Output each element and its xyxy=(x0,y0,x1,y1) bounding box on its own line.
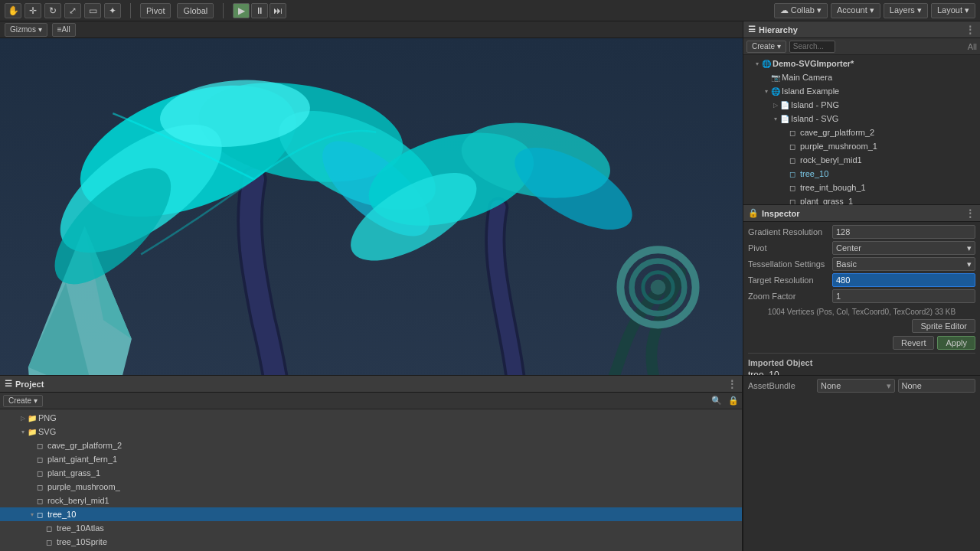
hierarchy-icon: ☰ xyxy=(748,24,756,34)
transform-all-btn[interactable]: ✦ xyxy=(104,3,121,18)
sprite-editor-row: Sprite Editor xyxy=(748,319,975,333)
inspector-title: Inspector xyxy=(762,209,800,218)
project-item[interactable]: ▷📁PNG xyxy=(0,411,742,425)
target-resolution-row: Target Resolution 480 xyxy=(748,273,975,287)
tree-node-label: PNG xyxy=(38,413,57,422)
step-btn[interactable]: ⏭ xyxy=(270,3,286,18)
bottom-section: ☰ Project ⋮ Create ▾ 🔍 🔒 ▷📁PNG▾📁SVG ◻cav… xyxy=(0,375,980,551)
hierarchy-content[interactable]: ▾🌐Demo-SVGImporter* 📷Main Camera▾🌐Island… xyxy=(743,55,980,204)
tree-node-label: plant_grass_1 xyxy=(47,468,100,478)
inspector-bottom: AssetBundle None ▾ None xyxy=(743,376,980,551)
project-item[interactable]: ◻plant_giant_fern_1 xyxy=(0,452,742,466)
scale-tool-btn[interactable]: ⤢ xyxy=(64,3,81,18)
scene-view: Gizmos ▾ ≡All xyxy=(0,21,743,375)
project-item[interactable]: ◻plant_grass_1 xyxy=(0,466,742,480)
project-search-icon[interactable]: 🔍 xyxy=(711,396,722,406)
collab-btn[interactable]: ☁ Collab ▾ xyxy=(774,3,828,18)
tree-node-icon: ◻ xyxy=(37,442,47,450)
gradient-resolution-value[interactable]: 128 xyxy=(832,225,975,239)
hierarchy-item[interactable]: ▾📄Island - SVG xyxy=(743,112,980,126)
account-btn[interactable]: Account ▾ xyxy=(831,3,880,18)
project-toolbar: Create ▾ 🔍 🔒 xyxy=(0,393,742,409)
tree-arrow-icon: ▷ xyxy=(18,415,28,422)
tree-node-label: plant_giant_fern_1 xyxy=(47,455,117,464)
vertices-info: 1004 Vertices (Pos, Col, TexCoord0, TexC… xyxy=(748,308,975,316)
sprite-editor-btn[interactable]: Sprite Editor xyxy=(912,319,975,333)
project-item[interactable]: ◻cave_gr_platform_2 xyxy=(0,439,742,452)
hierarchy-item[interactable]: ◻purple_mushroom_1 xyxy=(743,139,980,153)
tree-node-label: Island - SVG xyxy=(791,114,838,123)
target-resolution-value[interactable]: 480 xyxy=(832,273,975,287)
project-item[interactable]: ◻tree_10Sprite xyxy=(0,535,742,549)
imported-object-section: Imported Object xyxy=(748,358,975,367)
asset-bundle-variant[interactable]: None xyxy=(898,379,976,393)
scene-svg xyxy=(0,38,743,375)
tessellation-dropdown[interactable]: Basic ▾ xyxy=(832,257,975,271)
pivot-label: Pivot xyxy=(748,243,832,253)
hierarchy-item[interactable]: ▾🌐Island Example xyxy=(743,84,980,98)
hierarchy-dots[interactable]: ⋮ xyxy=(965,24,975,35)
apply-btn[interactable]: Apply xyxy=(937,336,975,350)
tree-node-icon: 📷 xyxy=(771,73,782,82)
zoom-factor-label: Zoom Factor xyxy=(748,292,832,301)
global-btn[interactable]: Global xyxy=(177,3,214,18)
pivot-btn[interactable]: Pivot xyxy=(140,3,171,18)
layout-btn[interactable]: Layout ▾ xyxy=(931,3,975,18)
scene-canvas[interactable] xyxy=(0,38,743,375)
pivot-dropdown[interactable]: Center ▾ xyxy=(832,241,975,255)
hierarchy-item[interactable]: ▷📄Island - PNG xyxy=(743,98,980,112)
project-dots[interactable]: ⋮ xyxy=(727,379,737,390)
tessellation-label: Tessellation Settings xyxy=(748,259,832,269)
hierarchy-item[interactable]: ◻rock_beryl_mid1 xyxy=(743,153,980,167)
inspector-header: 🔒 Inspector ⋮ xyxy=(743,205,980,222)
separator xyxy=(748,353,975,354)
tree-node-icon: 📄 xyxy=(780,101,791,109)
tree-arrow-icon: ▾ xyxy=(753,60,762,67)
all-btn[interactable]: ≡All xyxy=(52,23,76,37)
project-icon: ☰ xyxy=(5,379,12,389)
project-lock-icon[interactable]: 🔒 xyxy=(728,396,739,406)
rect-tool-btn[interactable]: ▭ xyxy=(84,3,101,18)
tree-node-icon: ◻ xyxy=(789,170,800,178)
hierarchy-item[interactable]: ◻cave_gr_platform_2 xyxy=(743,126,980,139)
tree-node-label: purple_mushroom_ xyxy=(47,482,120,491)
tree-node-icon: ◻ xyxy=(789,197,800,205)
hierarchy-title: Hierarchy xyxy=(759,25,798,34)
project-item[interactable]: ▾📁SVG xyxy=(0,425,742,439)
hierarchy-panel: ☰ Hierarchy ⋮ Create ▾ All ▾🌐Demo-SVGImp… xyxy=(743,21,980,205)
rotate-tool-btn[interactable]: ↻ xyxy=(44,3,61,18)
project-item[interactable]: ◻tree_10Atlas xyxy=(0,521,742,535)
right-panels: ☰ Hierarchy ⋮ Create ▾ All ▾🌐Demo-SVGImp… xyxy=(743,21,980,375)
move-tool-btn[interactable]: ✛ xyxy=(24,3,41,18)
hierarchy-item[interactable]: 📷Main Camera xyxy=(743,70,980,84)
project-content[interactable]: ▷📁PNG▾📁SVG ◻cave_gr_platform_2 ◻plant_gi… xyxy=(0,409,742,551)
hierarchy-item[interactable]: ◻tree_10 xyxy=(743,167,980,181)
tree-node-icon: 🌐 xyxy=(762,60,773,68)
tree-node-label: tree_10Atlas xyxy=(57,523,104,533)
tree-node-icon: ◻ xyxy=(37,483,47,491)
hierarchy-search[interactable] xyxy=(789,41,835,53)
hierarchy-item[interactable]: ▾🌐Demo-SVGImporter* xyxy=(743,57,980,70)
play-btn[interactable]: ▶ xyxy=(233,3,250,18)
revert-btn[interactable]: Revert xyxy=(893,336,934,350)
asset-bundle-arrow: ▾ xyxy=(887,381,891,391)
hierarchy-item[interactable]: ◻plant_grass_1 xyxy=(743,194,980,204)
project-create-btn[interactable]: Create ▾ xyxy=(3,395,43,407)
hierarchy-item[interactable]: ◻tree_int_bough_1 xyxy=(743,181,980,194)
tree-node-label: cave_gr_platform_2 xyxy=(800,128,874,137)
project-item[interactable]: ◻rock_beryl_mid1 xyxy=(0,494,742,507)
hierarchy-create-btn[interactable]: Create ▾ xyxy=(746,41,786,53)
hand-tool-btn[interactable]: ✋ xyxy=(5,3,21,18)
gradient-resolution-row: Gradient Resolution 128 xyxy=(748,225,975,239)
layers-btn[interactable]: Layers ▾ xyxy=(884,3,928,18)
project-title: Project xyxy=(15,380,44,389)
project-item[interactable]: ▾◻tree_10 xyxy=(0,507,742,521)
tree-arrow-icon: ▷ xyxy=(771,102,780,109)
inspector-dots[interactable]: ⋮ xyxy=(965,208,975,219)
project-item[interactable]: ◻purple_mushroom_ xyxy=(0,480,742,494)
gizmos-btn[interactable]: Gizmos ▾ xyxy=(5,23,47,37)
tree-node-label: SVG xyxy=(38,427,56,436)
pause-btn[interactable]: ⏸ xyxy=(251,3,268,18)
zoom-factor-value[interactable]: 1 xyxy=(832,289,975,303)
asset-bundle-value[interactable]: None ▾ xyxy=(817,379,895,393)
